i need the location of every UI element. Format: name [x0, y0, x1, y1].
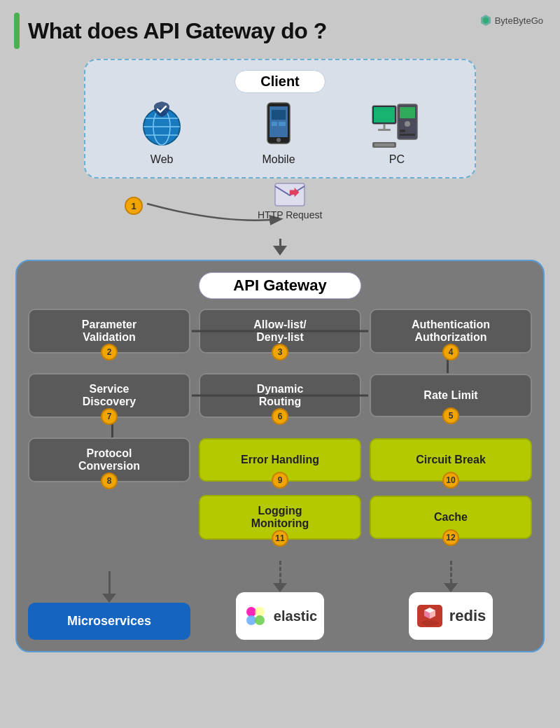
box-label: ParameterValidation	[82, 318, 136, 344]
down-arrow-elastic	[273, 561, 287, 592]
row4: LoggingMonitoring 11 Cache 12	[28, 495, 532, 540]
svg-point-23	[246, 607, 256, 617]
brand: ByteByteGo	[479, 14, 543, 27]
client-item-pc: PC	[371, 103, 423, 166]
col-service-disc: ServiceDiscovery 7	[28, 373, 190, 418]
redis-col: redis	[370, 561, 532, 640]
mobile-icon	[265, 102, 293, 149]
svg-point-24	[255, 607, 265, 617]
envelope-icon	[274, 183, 305, 208]
top-flow: Client	[14, 59, 546, 260]
svg-rect-19	[374, 144, 394, 146]
svg-rect-8	[272, 110, 286, 120]
svg-point-25	[246, 615, 256, 625]
badge-12: 12	[442, 529, 459, 546]
http-label: HTTP Request	[258, 209, 322, 220]
box-error-handling: Error Handling 9	[199, 438, 361, 482]
svg-rect-15	[400, 134, 415, 136]
box-protocol: ProtocolConversion 8	[28, 438, 190, 482]
row4-cols: LoggingMonitoring 11 Cache 12	[28, 495, 532, 540]
gateway-label: API Gateway	[199, 272, 360, 299]
client-label-wrap: Client	[99, 70, 461, 93]
row2-cols: ServiceDiscovery 7 DynamicRouting 6	[28, 373, 532, 418]
redis-icon	[416, 603, 444, 629]
title-accent	[14, 13, 20, 49]
box-label: LoggingMonitoring	[251, 505, 309, 530]
elastic-logo: elastic	[236, 592, 324, 640]
row2-hline	[192, 395, 368, 397]
col-auth: AuthenticationAuthorization 4	[370, 309, 532, 354]
gateway-rows: ParameterValidation 2 Allow-list/Deny-li…	[28, 309, 532, 540]
col-circuit-break: Circuit Break 10	[370, 438, 532, 482]
box-label: ServiceDiscovery	[83, 383, 136, 408]
row1-cols: ParameterValidation 2 Allow-list/Deny-li…	[28, 309, 532, 354]
main-layout: Client	[14, 59, 546, 652]
pc-icon	[371, 103, 423, 149]
col-rate-limit: Rate Limit 5	[370, 374, 532, 417]
http-area: 1	[84, 183, 476, 239]
col-error-handling: Error Handling 9	[199, 438, 361, 482]
api-gateway-box: API Gateway ParameterValidation 2	[15, 260, 545, 652]
client-web-label: Web	[150, 153, 174, 166]
badge-6: 6	[272, 408, 288, 425]
col-logging: LoggingMonitoring 11	[199, 495, 361, 540]
box-param-validation: ParameterValidation 2	[28, 309, 190, 354]
badge-2: 2	[101, 344, 118, 360]
badge-8: 8	[101, 472, 118, 489]
redis-label: redis	[449, 607, 486, 625]
box-service-disc: ServiceDiscovery 7	[28, 373, 190, 418]
svg-point-31	[421, 620, 438, 626]
col-cache: Cache 12	[370, 496, 532, 539]
row3-cols: ProtocolConversion 8 Error Handling 9	[28, 438, 532, 482]
microservices-btn[interactable]: Microservices	[28, 603, 190, 640]
gateway-label-wrap: API Gateway	[28, 272, 532, 299]
bottom-section: Microservices	[28, 561, 532, 640]
box-cache: Cache 12	[370, 496, 532, 539]
down-arrow-to-gateway	[273, 239, 287, 255]
badge-4: 4	[442, 344, 459, 360]
box-label: Circuit Break	[416, 454, 486, 466]
box-label: AuthenticationAuthorization	[412, 318, 490, 344]
svg-rect-17	[374, 107, 395, 122]
envelope-area: HTTP Request	[258, 183, 322, 220]
row1-hline	[192, 330, 368, 332]
badge-10: 10	[442, 472, 459, 489]
web-icon	[137, 100, 186, 149]
badge-3: 3	[272, 344, 288, 360]
down-arrow-ms	[102, 571, 116, 603]
badge-7: 7	[101, 408, 118, 425]
svg-rect-12	[400, 107, 415, 118]
client-icons: Web Mobile	[99, 100, 461, 166]
box-label: Cache	[434, 511, 468, 524]
page: ByteByteGo What does API Gateway do ? Cl…	[0, 0, 560, 728]
svg-rect-21	[378, 129, 391, 131]
box-auth: AuthenticationAuthorization 4	[370, 309, 532, 354]
client-mobile-label: Mobile	[262, 153, 295, 166]
row3: ProtocolConversion 8 Error Handling 9	[28, 438, 532, 482]
down-arrow-redis	[444, 561, 458, 592]
elastic-icon	[243, 603, 268, 629]
svg-point-26	[255, 615, 265, 625]
row2: ServiceDiscovery 7 DynamicRouting 6	[28, 373, 532, 418]
badge-11: 11	[272, 530, 288, 547]
row1: ParameterValidation 2 Allow-list/Deny-li…	[28, 309, 532, 354]
redis-logo: redis	[409, 592, 493, 640]
elastic-col: elastic	[199, 561, 361, 640]
col-protocol: ProtocolConversion 8	[28, 438, 190, 482]
box-circuit-break: Circuit Break 10	[370, 438, 532, 482]
client-item-mobile: Mobile	[262, 102, 295, 166]
col-param-val: ParameterValidation 2	[28, 309, 190, 354]
client-pc-label: PC	[389, 153, 405, 166]
box-logging: LoggingMonitoring 11	[199, 495, 361, 540]
box-label: Error Handling	[241, 454, 319, 466]
client-box: Client	[84, 59, 476, 178]
title-area: What does API Gateway do ?	[14, 13, 546, 49]
box-label: Rate Limit	[424, 389, 477, 402]
badge-5: 5	[442, 407, 459, 424]
client-label: Client	[234, 70, 326, 93]
svg-point-7	[276, 138, 281, 142]
svg-rect-9	[272, 122, 277, 126]
svg-rect-14	[400, 130, 405, 132]
svg-point-13	[405, 121, 410, 127]
svg-rect-10	[279, 122, 286, 126]
